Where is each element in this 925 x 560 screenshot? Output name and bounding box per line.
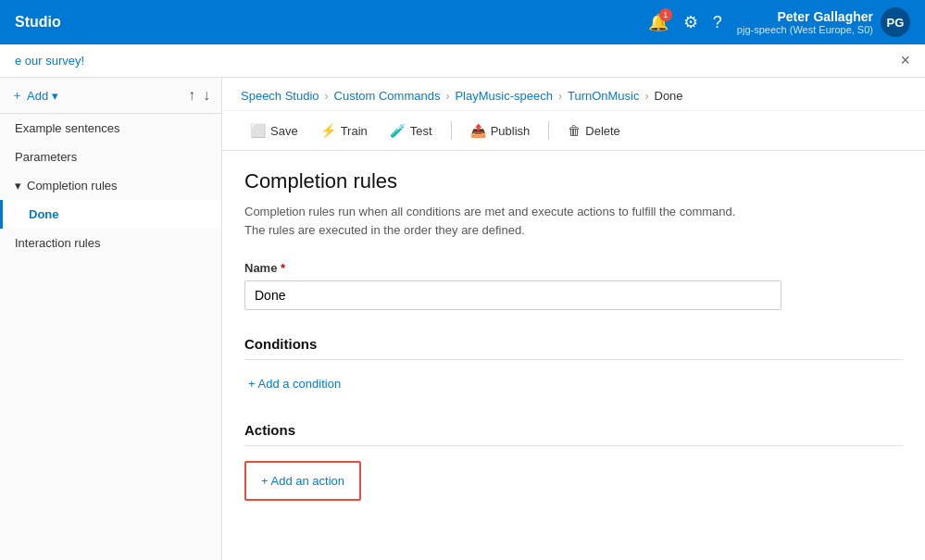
name-input[interactable]: [244, 280, 781, 310]
interaction-rules-label: Interaction rules: [15, 236, 101, 250]
sidebar-item-done[interactable]: Done: [0, 200, 221, 229]
required-marker: *: [281, 261, 285, 275]
user-info: Peter Gallagher pjg-speech (West Europe,…: [737, 7, 910, 37]
app-header: Studio 🔔 1 ⚙ ? Peter Gallagher pjg-speec…: [0, 0, 925, 44]
survey-bar: e our survey! ×: [0, 44, 925, 78]
user-subtitle: pjg-speech (West Europe, S0): [737, 24, 873, 35]
delete-label: Delete: [585, 124, 620, 138]
page-body: Completion rules Completion rules run wh…: [222, 151, 925, 519]
breadcrumb-sep-3: ›: [558, 90, 562, 103]
survey-close-button[interactable]: ×: [900, 51, 910, 70]
content-area: Speech Studio › Custom Commands › PlayMu…: [222, 78, 925, 560]
breadcrumb-turnonmusic[interactable]: TurnOnMusic: [568, 89, 640, 103]
example-sentences-label: Example sentences: [15, 121, 119, 135]
breadcrumb-sep-1: ›: [325, 90, 329, 103]
train-icon: ⚡: [320, 123, 336, 138]
completion-chevron-icon: ▾: [15, 179, 21, 193]
conditions-heading: Conditions: [244, 336, 903, 352]
move-down-button[interactable]: ↓: [203, 87, 210, 104]
notification-badge: 1: [659, 8, 672, 21]
breadcrumb-speech-studio[interactable]: Speech Studio: [241, 89, 319, 103]
add-condition-label: + Add a condition: [248, 377, 341, 391]
user-full-name: Peter Gallagher: [737, 9, 873, 24]
sidebar-item-parameters[interactable]: Parameters: [0, 143, 221, 171]
done-label: Done: [29, 207, 59, 221]
test-icon: 🧪: [390, 123, 406, 138]
add-icon: ＋: [11, 87, 23, 104]
page-title: Completion rules: [244, 169, 903, 193]
notification-icon[interactable]: 🔔 1: [648, 12, 669, 32]
train-label: Train: [341, 124, 368, 138]
user-name-block: Peter Gallagher pjg-speech (West Europe,…: [737, 9, 873, 35]
save-label: Save: [270, 124, 298, 138]
app-logo: Studio: [15, 14, 61, 31]
header-right: 🔔 1 ⚙ ? Peter Gallagher pjg-speech (West…: [648, 7, 910, 37]
help-icon[interactable]: ?: [713, 13, 722, 32]
survey-text: e our survey!: [15, 54, 84, 68]
publish-button[interactable]: 📤 Publish: [461, 118, 540, 143]
toolbar-divider-2: [548, 121, 549, 140]
name-field-label: Name *: [244, 261, 903, 275]
page-description: Completion rules run when all conditions…: [244, 203, 903, 239]
add-button[interactable]: ＋ Add ▾: [11, 87, 58, 104]
add-action-wrapper: + Add an action: [244, 461, 361, 501]
breadcrumb: Speech Studio › Custom Commands › PlayMu…: [222, 78, 925, 111]
test-button[interactable]: 🧪 Test: [381, 118, 442, 143]
toolbar-divider: [451, 121, 452, 140]
toolbar: ⬜ Save ⚡ Train 🧪 Test 📤 Publish 🗑 Delete: [222, 111, 925, 151]
nav-arrows: ↑ ↓: [188, 87, 210, 104]
breadcrumb-sep-4: ›: [645, 90, 649, 103]
settings-icon[interactable]: ⚙: [683, 12, 698, 32]
add-chevron-icon: ▾: [52, 89, 58, 103]
publish-label: Publish: [491, 124, 531, 138]
save-icon: ⬜: [250, 123, 266, 138]
completion-rules-label: Completion rules: [27, 179, 118, 193]
add-label: Add: [27, 89, 48, 103]
test-label: Test: [410, 124, 432, 138]
breadcrumb-sep-2: ›: [445, 90, 449, 103]
add-action-button[interactable]: + Add an action: [257, 468, 348, 493]
header-left: Studio: [15, 14, 61, 31]
conditions-divider: [244, 359, 903, 360]
breadcrumb-done: Done: [655, 89, 683, 103]
actions-heading: Actions: [244, 422, 903, 438]
sidebar-toolbar: ＋ Add ▾ ↑ ↓: [0, 78, 221, 114]
add-condition-button[interactable]: + Add a condition: [244, 371, 344, 396]
parameters-label: Parameters: [15, 150, 77, 164]
completion-rules-section[interactable]: ▾ Completion rules: [0, 171, 221, 200]
breadcrumb-custom-commands[interactable]: Custom Commands: [334, 89, 441, 103]
train-button[interactable]: ⚡ Train: [311, 118, 377, 143]
breadcrumb-playmusic[interactable]: PlayMusic-speech: [455, 89, 553, 103]
sidebar: ＋ Add ▾ ↑ ↓ Example sentences Parameters…: [0, 78, 222, 560]
delete-icon: 🗑: [568, 123, 581, 138]
sidebar-item-example-sentences[interactable]: Example sentences: [0, 114, 221, 143]
save-button[interactable]: ⬜ Save: [241, 118, 307, 143]
main-container: ＋ Add ▾ ↑ ↓ Example sentences Parameters…: [0, 78, 925, 560]
user-avatar[interactable]: PG: [881, 7, 910, 37]
delete-button[interactable]: 🗑 Delete: [558, 118, 630, 143]
add-action-label: + Add an action: [261, 474, 344, 488]
publish-icon: 📤: [470, 123, 486, 138]
sidebar-item-interaction-rules[interactable]: Interaction rules: [0, 229, 221, 257]
actions-divider: [244, 445, 903, 446]
move-up-button[interactable]: ↑: [188, 87, 195, 104]
